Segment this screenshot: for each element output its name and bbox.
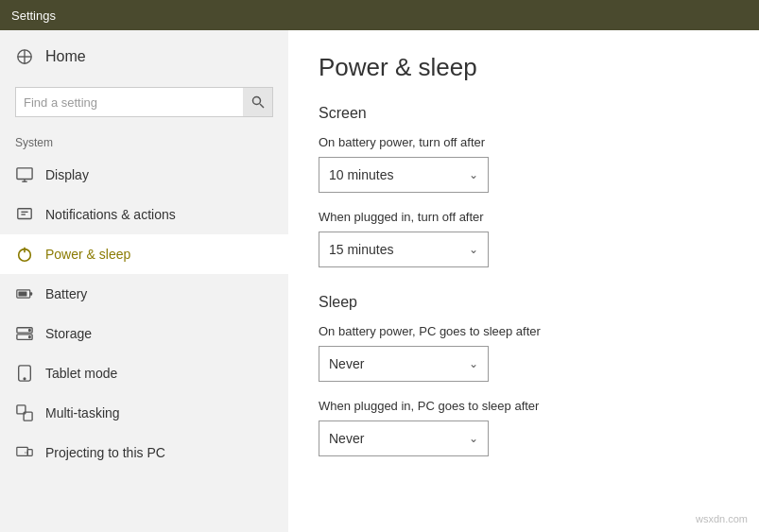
svg-point-21 <box>24 378 26 380</box>
sleep-plugged-label: When plugged in, PC goes to sleep after <box>319 399 729 413</box>
svg-rect-5 <box>17 168 32 180</box>
svg-rect-25 <box>27 450 32 456</box>
title-bar: Settings <box>0 0 759 30</box>
screen-section: Screen On battery power, turn off after … <box>319 105 729 267</box>
projecting-icon <box>15 443 34 462</box>
power-icon <box>15 245 34 264</box>
sidebar-item-battery-label: Battery <box>45 286 87 301</box>
sleep-battery-dropdown[interactable]: Never ⌄ <box>319 346 489 382</box>
title-bar-text: Settings <box>11 9 56 23</box>
svg-rect-8 <box>18 209 31 219</box>
screen-plugged-row: When plugged in, turn off after 15 minut… <box>319 210 729 267</box>
sidebar-home[interactable]: Home <box>0 30 288 83</box>
sidebar-item-tablet[interactable]: Tablet mode <box>0 353 288 393</box>
sidebar-item-storage-label: Storage <box>45 326 92 341</box>
screen-battery-label: On battery power, turn off after <box>319 135 729 149</box>
sidebar-item-display-label: Display <box>45 167 89 182</box>
sidebar-item-multitasking-label: Multi-tasking <box>45 405 120 420</box>
sidebar-item-notifications-label: Notifications & actions <box>45 207 176 222</box>
sleep-section-title: Sleep <box>319 294 729 311</box>
watermark: wsxdn.com <box>696 513 748 524</box>
home-label: Home <box>45 48 86 65</box>
sleep-battery-row: On battery power, PC goes to sleep after… <box>319 324 729 382</box>
home-icon <box>15 47 34 66</box>
sidebar-item-display[interactable]: Display <box>0 155 288 195</box>
sidebar-item-power[interactable]: Power & sleep <box>0 234 288 274</box>
sidebar-item-projecting-label: Projecting to this PC <box>45 445 165 460</box>
screen-battery-chevron: ⌄ <box>469 168 478 181</box>
search-input[interactable] <box>15 87 273 117</box>
app-container: Home System Display <box>0 30 759 532</box>
sleep-battery-value: Never <box>329 356 364 371</box>
display-icon <box>15 165 34 184</box>
page-title: Power & sleep <box>319 53 729 82</box>
sidebar-item-projecting[interactable]: Projecting to this PC <box>0 433 288 472</box>
sleep-battery-chevron: ⌄ <box>469 357 478 370</box>
screen-plugged-label: When plugged in, turn off after <box>319 210 729 224</box>
sleep-plugged-chevron: ⌄ <box>469 432 478 445</box>
notifications-icon <box>15 205 34 224</box>
screen-battery-row: On battery power, turn off after 10 minu… <box>319 135 729 193</box>
search-button[interactable] <box>243 87 273 117</box>
sidebar: Home System Display <box>0 30 288 532</box>
storage-icon <box>15 324 34 343</box>
screen-plugged-chevron: ⌄ <box>469 243 478 256</box>
svg-rect-15 <box>18 292 26 297</box>
svg-rect-14 <box>30 292 32 295</box>
screen-plugged-value: 15 minutes <box>329 242 393 257</box>
sidebar-item-multitasking[interactable]: Multi-tasking <box>0 393 288 433</box>
search-icon <box>251 95 265 109</box>
battery-icon <box>15 284 34 303</box>
svg-point-18 <box>29 330 31 332</box>
sidebar-item-storage[interactable]: Storage <box>0 314 288 353</box>
sleep-section: Sleep On battery power, PC goes to sleep… <box>319 294 729 456</box>
screen-battery-dropdown[interactable]: 10 minutes ⌄ <box>319 157 489 193</box>
sleep-battery-label: On battery power, PC goes to sleep after <box>319 324 729 338</box>
svg-rect-24 <box>17 447 27 455</box>
main-content: Power & sleep Screen On battery power, t… <box>288 30 759 532</box>
search-box <box>15 87 273 117</box>
sidebar-item-power-label: Power & sleep <box>45 247 130 262</box>
sleep-plugged-value: Never <box>329 431 364 446</box>
sleep-plugged-row: When plugged in, PC goes to sleep after … <box>319 399 729 456</box>
svg-point-3 <box>252 97 260 105</box>
svg-line-4 <box>260 104 264 108</box>
svg-point-19 <box>29 336 31 338</box>
sidebar-item-battery[interactable]: Battery <box>0 274 288 314</box>
multitasking-icon <box>15 403 34 422</box>
system-section-label: System <box>0 129 288 155</box>
screen-section-title: Screen <box>319 105 729 122</box>
sidebar-item-notifications[interactable]: Notifications & actions <box>0 195 288 234</box>
tablet-icon <box>15 364 34 383</box>
screen-plugged-dropdown[interactable]: 15 minutes ⌄ <box>319 232 489 267</box>
sidebar-item-tablet-label: Tablet mode <box>45 366 117 381</box>
screen-battery-value: 10 minutes <box>329 167 393 182</box>
sleep-plugged-dropdown[interactable]: Never ⌄ <box>319 420 489 456</box>
